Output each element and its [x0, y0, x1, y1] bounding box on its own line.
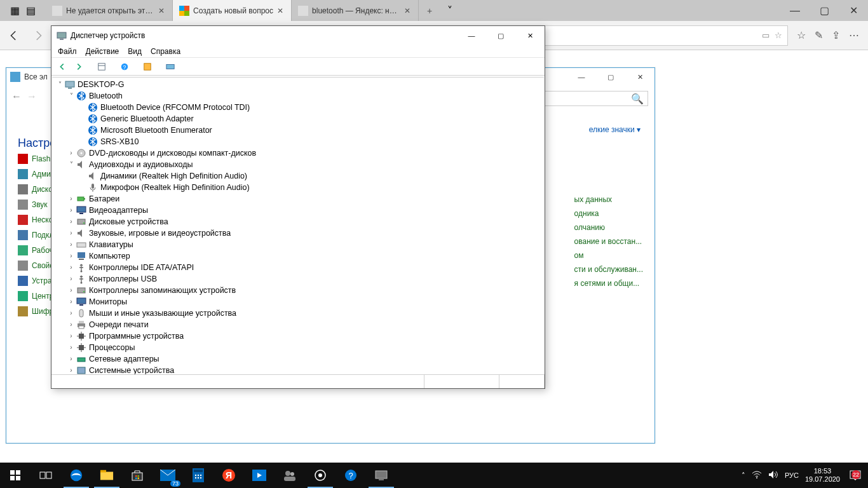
dm-minimize[interactable]: — [457, 26, 486, 45]
tb-help[interactable]: ? [336, 463, 366, 488]
dm-maximize[interactable]: ▢ [486, 26, 515, 45]
tool-back[interactable] [55, 60, 69, 74]
tool-properties[interactable] [140, 60, 154, 74]
more-icon[interactable]: ⋯ [849, 29, 859, 41]
tb-explorer[interactable] [92, 463, 122, 488]
tb-device-manager[interactable] [366, 463, 397, 488]
tree-node[interactable]: ˅DESKTOP-G [53, 79, 544, 90]
cp-link[interactable]: ых данных [574, 195, 643, 204]
tray-notifications[interactable]: 22 [846, 470, 864, 480]
tree-node[interactable]: Microsoft Bluetooth Enumerator [53, 125, 544, 136]
tool-help[interactable]: ? [118, 60, 132, 74]
cp-view-mode[interactable]: елкие значки ▾ [589, 125, 641, 134]
cp-link[interactable]: ование и восстан... [574, 237, 643, 246]
tb-calculator[interactable] [183, 463, 214, 488]
tree-node[interactable]: ›Контроллеры запоминающих устройств [53, 285, 544, 296]
expand-toggle[interactable]: › [67, 205, 75, 216]
expand-toggle[interactable]: › [67, 285, 75, 296]
cp-forward-button[interactable]: → [27, 91, 37, 102]
cp-maximize[interactable]: ▢ [596, 68, 625, 86]
cp-link[interactable]: олчанию [574, 223, 643, 232]
expand-toggle[interactable]: › [67, 342, 75, 353]
dm-tree[interactable]: ˅DESKTOP-G˅BluetoothBluetooth Device (RF… [52, 78, 544, 374]
minimize-button[interactable]: — [780, 0, 810, 21]
tray-wifi-icon[interactable] [752, 470, 762, 480]
tree-node[interactable]: Микрофон (Realtek High Definition Audio) [53, 182, 544, 193]
dm-menu-item[interactable]: Справка [151, 47, 180, 56]
cp-link[interactable]: сти и обслуживан... [574, 265, 643, 274]
back-button[interactable] [4, 25, 24, 46]
expand-toggle[interactable]: ˅ [67, 159, 75, 170]
cp-link[interactable]: ом [574, 251, 643, 260]
cp-link[interactable]: я сетями и общи... [574, 279, 643, 288]
tool-scan[interactable] [163, 60, 177, 74]
dm-menu-item[interactable]: Действие [86, 47, 119, 56]
browser-tab[interactable]: Не удается открыть эту стр✕ [46, 0, 173, 21]
tree-node[interactable]: ›Мыши и иные указывающие устройства [53, 308, 544, 319]
tree-node[interactable]: ˅Bluetooth [53, 90, 544, 102]
close-button[interactable]: ✕ [839, 0, 868, 21]
tree-node[interactable]: ›Очереди печати [53, 319, 544, 330]
tree-node[interactable]: ›DVD-дисководы и дисководы компакт-диско… [53, 147, 544, 159]
tree-node[interactable]: Generic Bluetooth Adapter [53, 113, 544, 125]
tree-node[interactable]: ›Сетевые адаптеры [53, 353, 544, 365]
tree-node[interactable]: ›Мониторы [53, 296, 544, 308]
browser-tab[interactable]: bluetooth — Яндекс: нашло✕ [292, 0, 419, 21]
expand-toggle[interactable]: › [67, 308, 75, 319]
tree-node[interactable]: ›Дисковые устройства [53, 216, 544, 227]
tb-edge[interactable] [61, 463, 92, 488]
dm-menu-item[interactable]: Файл [58, 47, 77, 56]
expand-toggle[interactable]: › [67, 239, 75, 250]
cp-link[interactable]: одника [574, 209, 643, 218]
notes-icon[interactable]: ✎ [815, 29, 823, 41]
tree-node[interactable]: SRS-XB10 [53, 136, 544, 147]
expand-toggle[interactable]: › [67, 250, 75, 262]
tb-store[interactable] [122, 463, 153, 488]
expand-toggle[interactable]: › [67, 296, 75, 308]
reading-icon[interactable]: ▭ [762, 30, 770, 40]
tool-show-hidden[interactable] [95, 60, 109, 74]
tb-people[interactable] [275, 463, 305, 488]
tray-lang[interactable]: РУС [785, 471, 799, 479]
start-button[interactable] [0, 463, 31, 488]
tb-movies[interactable] [244, 463, 275, 488]
favorites-icon[interactable]: ☆ [797, 29, 806, 41]
tree-node[interactable]: ›Программные устройства [53, 330, 544, 342]
tree-node[interactable]: ˅Аудиовходы и аудиовыходы [53, 159, 544, 170]
tab-preview-icon[interactable]: ▤ [26, 4, 36, 17]
favorite-icon[interactable]: ☆ [775, 30, 782, 40]
tray-chevron[interactable]: ˄ [742, 471, 745, 480]
taskview-button[interactable] [31, 463, 61, 488]
tab-close-icon[interactable]: ✕ [276, 6, 285, 15]
expand-toggle[interactable]: › [67, 262, 75, 273]
tb-settings[interactable] [305, 463, 336, 488]
expand-toggle[interactable]: › [67, 273, 75, 285]
cp-close[interactable]: ✕ [625, 68, 654, 86]
tabs-dropdown[interactable]: ˅ [440, 0, 459, 21]
tree-node[interactable]: ›Процессоры [53, 342, 544, 353]
set-aside-icon[interactable]: ▦ [10, 4, 20, 17]
forward-button[interactable] [28, 25, 48, 46]
expand-toggle[interactable]: ˅ [56, 79, 64, 90]
tray-clock[interactable]: 18:53 19.07.2020 [805, 467, 840, 484]
tree-node[interactable]: ›Видеоадаптеры [53, 205, 544, 216]
tree-node[interactable]: ›Системные устройства [53, 365, 544, 374]
expand-toggle[interactable]: › [67, 330, 75, 342]
tree-node[interactable]: ›Клавиатуры [53, 239, 544, 250]
tool-forward[interactable] [72, 60, 86, 74]
expand-toggle[interactable]: › [67, 193, 75, 205]
expand-toggle[interactable]: › [67, 227, 75, 239]
tree-node[interactable]: Bluetooth Device (RFCOMM Protocol TDI) [53, 102, 544, 113]
tray-volume-icon[interactable] [768, 470, 778, 480]
maximize-button[interactable]: ▢ [810, 0, 839, 21]
tree-node[interactable]: ›Звуковые, игровые и видеоустройства [53, 227, 544, 239]
expand-toggle[interactable]: › [67, 319, 75, 330]
expand-toggle[interactable]: › [67, 147, 75, 159]
tree-node[interactable]: ›Компьютер [53, 250, 544, 262]
dm-menu-item[interactable]: Вид [128, 47, 142, 56]
tree-node[interactable]: ›Контроллеры IDE ATA/ATAPI [53, 262, 544, 273]
expand-toggle[interactable]: › [67, 353, 75, 365]
cp-back-button[interactable]: ← [11, 91, 22, 102]
tree-node[interactable]: Динамики (Realtek High Definition Audio) [53, 170, 544, 182]
expand-toggle[interactable]: › [67, 216, 75, 227]
